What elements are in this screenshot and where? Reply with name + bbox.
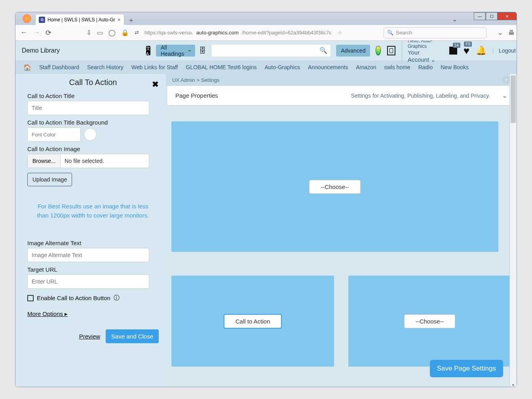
breadcrumb-item[interactable]: UX Admin (172, 77, 195, 83)
page-properties-desc: Settings for Activating, Publishing, Lab… (351, 93, 490, 99)
window-minimize-button[interactable]: — (474, 12, 486, 20)
field-label: Image Alternate Text (27, 240, 159, 246)
nav-item[interactable]: Web Links for Staff (131, 64, 178, 70)
nav-item[interactable]: Amazon (356, 64, 376, 70)
scroll-down-icon[interactable]: ▾ (510, 383, 517, 387)
firefox-logo-icon (23, 14, 31, 23)
field-label: Call to Action Title (27, 93, 159, 99)
reload-button[interactable]: ⟳ (46, 28, 51, 37)
save-and-close-button[interactable]: Save and Close (106, 329, 159, 343)
headings-dropdown[interactable]: All Headings (156, 45, 195, 57)
field-label: Target URL (27, 266, 159, 273)
translate-icon[interactable]: 文A (146, 46, 150, 55)
lock-icon: 🔒 (121, 29, 129, 36)
download-icon[interactable]: ⇩ (86, 29, 91, 36)
url-domain: auto-graphics.com (196, 30, 239, 36)
notifications-icon[interactable]: 🔔 (476, 45, 486, 56)
layout-block[interactable]: Call to Action (171, 276, 334, 367)
search-icon: 🔍 (387, 30, 393, 36)
scanner-icon[interactable] (387, 46, 395, 55)
pocket-icon[interactable]: ⌄ (498, 29, 503, 36)
nav-item[interactable]: Announcements (308, 64, 348, 70)
choose-component-button[interactable]: Call to Action (224, 314, 282, 329)
search-icon[interactable]: 🔍 (319, 47, 327, 54)
color-swatch[interactable] (84, 128, 97, 141)
font-color-input[interactable] (27, 127, 81, 142)
balloon-icon[interactable] (376, 46, 381, 55)
close-tab-icon[interactable]: × (118, 17, 121, 23)
browser-tab[interactable]: ⧉ Home | SWLS | SWLS | Auto-Gr × (35, 14, 124, 25)
breadcrumb-item[interactable]: Settings (201, 77, 220, 83)
favorites-badge: F9 (464, 42, 472, 47)
page-canvas: UX Admin > Settings × Page Properties Se… (166, 74, 517, 387)
image-hint: For Best Results use an image that is le… (31, 202, 155, 220)
enable-cta-label: Enable Call to Action Button (37, 295, 110, 301)
favorites-icon[interactable]: ♥F9 (464, 45, 469, 57)
field-label: Call to Action Image (27, 146, 159, 152)
nav-item[interactable]: swls home (384, 64, 410, 70)
close-panel-icon[interactable]: ✖ (152, 79, 159, 89)
address-bar[interactable]: https://qa-swls-verso.auto-graphics.com/… (144, 30, 378, 36)
account-menu[interactable]: Hello, Auto-Graphics Your Account ⌄ (402, 41, 443, 63)
logout-link[interactable]: Logout (493, 47, 516, 54)
file-status: No file selected. (61, 154, 108, 168)
enable-cta-checkbox[interactable] (27, 295, 34, 301)
greeting-text: Hello, Auto-Graphics (408, 41, 438, 49)
choose-component-button[interactable]: --Choose-- (404, 314, 456, 328)
window-maximize-button[interactable]: ☐ (486, 12, 498, 20)
alt-text-input[interactable] (27, 248, 149, 262)
app-header: Demo Library 文A All Headings 🗄 🔍 Advance… (15, 41, 517, 61)
nav-item[interactable]: Search History (87, 64, 124, 70)
file-input[interactable]: Browse... No file selected. (27, 154, 149, 168)
bookmark-star-icon[interactable]: ☆ (338, 30, 342, 36)
scrollbar-thumb[interactable] (511, 76, 516, 123)
help-icon[interactable]: ⓘ (114, 294, 120, 302)
library-name: Demo Library (22, 47, 141, 54)
shield-icon[interactable]: ◯ (108, 29, 116, 36)
upload-image-button[interactable]: Upload Image (27, 173, 72, 186)
advanced-search-button[interactable]: Advanced (336, 45, 370, 57)
page-properties-bar[interactable]: Page Properties Settings for Activating,… (167, 86, 515, 106)
search-placeholder: Search (396, 30, 412, 36)
chevron-down-icon[interactable]: ⌄ (502, 92, 507, 99)
vertical-scrollbar[interactable]: ▴ ▾ (509, 74, 517, 387)
cta-editor-panel: Call To Action ✖ Call to Action Title Ca… (15, 74, 166, 387)
more-options-link[interactable]: More Options ▸ (27, 310, 159, 318)
browser-search-box[interactable]: 🔍 Search (384, 27, 486, 38)
nav-item[interactable]: Staff Dashboard (39, 64, 79, 70)
site-settings-icon[interactable]: ⇄ (135, 30, 139, 36)
layout-block[interactable]: --Choose-- (171, 121, 498, 252)
target-url-input[interactable] (27, 274, 149, 289)
url-path: /home-edit?pageId=62a394bb43f38c7c (242, 30, 332, 36)
cards-icon[interactable]: 14 (449, 47, 457, 55)
preview-link[interactable]: Preview (79, 333, 100, 340)
page-properties-title: Page Properties (175, 92, 218, 99)
url-prefix: https://qa-swls-verso. (144, 30, 193, 36)
window-close-button[interactable]: ✕ (498, 12, 517, 20)
layout-block[interactable]: --Choose-- (348, 276, 511, 367)
tabs-overflow-icon[interactable]: ⌄ (452, 15, 457, 23)
new-tab-button[interactable]: + (127, 17, 136, 25)
forward-button[interactable]: → (33, 28, 40, 37)
choose-component-button[interactable]: --Choose-- (309, 180, 361, 194)
save-page-settings-button[interactable]: Save Page Settings (430, 360, 503, 377)
browser-toolbar: ← → ⟳ ⇩ ▭ ◯ 🔒 ⇄ https://qa-swls-verso.au… (15, 25, 517, 41)
nav-item[interactable]: New Books (441, 64, 469, 70)
nav-item[interactable]: GLOBAL HOME Test6 logins (186, 64, 257, 70)
tab-title: Home | SWLS | SWLS | Auto-Gr (48, 17, 115, 23)
field-label: Call to Action Title Background (27, 119, 159, 126)
breadcrumb: UX Admin > Settings × (166, 74, 517, 86)
nav-item[interactable]: Radio (418, 64, 433, 70)
close-breadcrumb-icon[interactable]: × (502, 76, 510, 84)
catalog-search-input[interactable]: 🔍 (212, 45, 331, 57)
cards-badge: 14 (453, 43, 460, 48)
favicon-icon: ⧉ (39, 17, 45, 23)
print-icon[interactable]: 🖶 (508, 29, 515, 36)
back-button[interactable]: ← (20, 28, 27, 37)
cta-title-input[interactable] (27, 101, 149, 115)
home-icon[interactable]: 🏠 (23, 64, 31, 71)
browse-button[interactable]: Browse... (28, 154, 61, 168)
database-icon[interactable]: 🗄 (199, 47, 206, 55)
nav-item[interactable]: Auto-Graphics (264, 64, 300, 70)
library-icon[interactable]: ▭ (97, 29, 103, 36)
